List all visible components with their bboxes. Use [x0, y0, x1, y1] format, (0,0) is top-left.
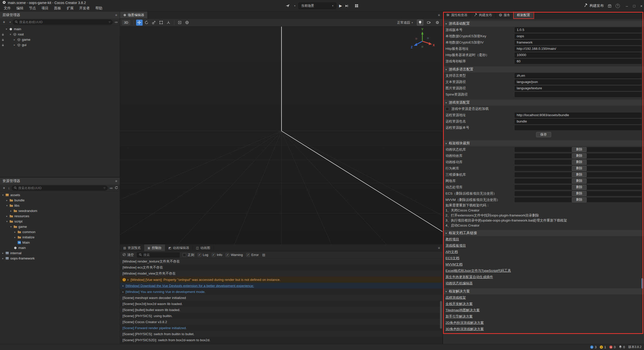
build-publish-button[interactable]: 构建发布: [584, 4, 604, 8]
log-file-icon[interactable]: ▤: [262, 253, 265, 257]
doc-link[interactable]: 游戏模板项目: [446, 243, 466, 248]
menu-item[interactable]: 节点: [26, 6, 39, 11]
refresh-icon[interactable]: [115, 186, 118, 190]
asset-row[interactable]: ▸seedrandom: [0, 208, 120, 213]
section-header[interactable]: ▾游戏多语言配置: [443, 66, 644, 72]
notification-indicator[interactable]: 0: [619, 345, 625, 349]
save-button[interactable]: 保存: [536, 132, 551, 137]
console-log-row[interactable]: [Window] model_view文件夹不存在: [120, 271, 442, 277]
property-input[interactable]: zh,en: [515, 73, 641, 78]
console-log-row[interactable]: [Scene] Cocos Creator v3.8.2: [120, 319, 442, 325]
hierarchy-node-row[interactable]: ▾main: [0, 26, 120, 32]
property-input[interactable]: http://192.168.0.150/main/: [515, 46, 641, 51]
menu-item[interactable]: 扩展: [64, 6, 76, 11]
lock-icon[interactable]: [1, 38, 5, 41]
inspector-tab[interactable]: 服务: [496, 12, 514, 18]
scene-select-dropdown[interactable]: 当前场景 ▾: [298, 3, 336, 9]
scene-settings-gear-icon[interactable]: [434, 20, 440, 26]
asset-row[interactable]: ▾assets: [0, 192, 120, 198]
menu-item[interactable]: 编辑: [14, 6, 26, 11]
inspector-tab[interactable]: 框架配置: [514, 12, 534, 18]
doc-link[interactable]: 新手引导解决方案: [446, 314, 473, 319]
rotate-tool-icon[interactable]: [143, 20, 150, 26]
doc-link[interactable]: 全栈开发解决方案: [446, 302, 473, 306]
property-input[interactable]: [515, 125, 641, 130]
console-filter-toggle[interactable]: 正则: [183, 253, 194, 257]
console-scrollbar[interactable]: [440, 301, 442, 329]
console-log-row[interactable]: !▸[Window] [Vue warn]: Property "onInput…: [120, 277, 442, 283]
hierarchy-node-row[interactable]: ▸gui: [0, 42, 120, 48]
chevron-right-icon[interactable]: ▸: [1, 252, 5, 254]
console-tab[interactable]: ▣控制台: [144, 244, 165, 251]
console-log-row[interactable]: [Scene] [PHYSICS]: switch from builtin t…: [120, 331, 442, 337]
chevron-right-icon[interactable]: ▸: [1, 257, 5, 260]
lock-icon[interactable]: [1, 44, 5, 46]
menu-item[interactable]: 项目: [39, 6, 51, 11]
console-filter-toggle[interactable]: ✓Log: [198, 253, 208, 257]
create-node-dropdown-icon[interactable]: ▾: [10, 21, 11, 23]
delete-button[interactable]: 删除: [572, 172, 587, 177]
console-log-row[interactable]: [Scene] [bullet]:bullet wasm lib loaded.: [120, 307, 442, 313]
doc-link[interactable]: Tiledmap地图解决方案: [446, 308, 480, 313]
scene-viewport[interactable]: Y X Z: [120, 27, 442, 244]
rect-tool-icon[interactable]: [158, 20, 165, 26]
doc-link[interactable]: MVVM文档: [446, 262, 463, 267]
checkbox-icon[interactable]: [446, 107, 449, 111]
step-button[interactable]: [345, 4, 348, 8]
menu-item[interactable]: 面板: [51, 6, 64, 11]
console-tab[interactable]: ▤资源预览: [120, 244, 144, 251]
panel-menu-icon[interactable]: ≡: [115, 13, 117, 17]
create-node-button[interactable]: +: [2, 20, 6, 24]
chevron-right-icon[interactable]: ▸: [9, 209, 13, 212]
property-input[interactable]: language/texture: [515, 86, 641, 91]
section-header[interactable]: ▾框架解决方案: [443, 288, 644, 294]
property-input[interactable]: bundle: [515, 119, 641, 124]
chevron-down-icon[interactable]: ▾: [5, 28, 8, 30]
hierarchy-node-row[interactable]: ▾root: [0, 32, 120, 37]
transform-gizmo-icon[interactable]: [165, 20, 172, 26]
lighting-toggle-icon[interactable]: [417, 20, 423, 26]
create-asset-button[interactable]: +: [2, 186, 6, 190]
console-log-row[interactable]: [Window] render_texture文件夹不存在: [120, 258, 442, 265]
doc-link[interactable]: Excel格式转Json文件与TypeScript代码工具: [446, 269, 511, 273]
warning-count-indicator[interactable]: ! 1: [600, 345, 606, 349]
console-log-row[interactable]: ▸[Window] You are running Vue in develop…: [120, 289, 442, 295]
asset-row[interactable]: TSMain: [0, 240, 120, 245]
doc-link[interactable]: 2D角色扮演游戏解决方案: [446, 321, 484, 325]
chevron-right-icon[interactable]: ▸: [13, 43, 16, 46]
pivot-toggle-icon[interactable]: [177, 20, 183, 26]
console-log-row[interactable]: [Window] ecs文件夹不存在: [120, 265, 442, 271]
expand-arrow-icon[interactable]: ▸: [123, 284, 124, 287]
doc-link[interactable]: ECS文档: [446, 256, 459, 260]
property-input[interactable]: 10000: [515, 53, 641, 58]
chevron-right-icon[interactable]: ▸: [13, 236, 17, 239]
assets-search[interactable]: ▽: [12, 186, 108, 191]
console-filter-toggle[interactable]: ✓Error: [246, 253, 259, 257]
doc-link[interactable]: API文档: [446, 250, 458, 254]
scene-tabbar-menu[interactable]: ≡: [435, 12, 442, 18]
asset-row[interactable]: ▸initialize: [0, 235, 120, 240]
lock-icon[interactable]: [1, 33, 5, 36]
clear-console-button[interactable]: 清空: [123, 253, 134, 257]
console-search[interactable]: [137, 252, 180, 257]
console-tab[interactable]: ◫动画图: [193, 244, 214, 251]
console-log-row[interactable]: [Scene] meshopt wasm decoder initialized: [120, 295, 442, 301]
doc-link[interactable]: 动画状态机编辑器: [446, 281, 473, 286]
package-icon[interactable]: [608, 4, 612, 8]
axis-orientation-gizmo[interactable]: Y X Z: [410, 28, 435, 53]
property-input[interactable]: 60: [515, 59, 641, 64]
asset-row[interactable]: ▾game: [0, 224, 120, 229]
section-header[interactable]: ▾框架文档工具链接: [443, 230, 644, 236]
asset-row[interactable]: ▸bundle: [0, 198, 120, 203]
help-icon[interactable]: ?: [616, 4, 620, 8]
hierarchy-search-input[interactable]: [19, 20, 107, 24]
console-log-row[interactable]: [Scene] [PHYSICS2D]: switch from box2d-w…: [120, 337, 442, 343]
expand-arrow-icon[interactable]: ▸: [123, 290, 124, 293]
chevron-right-icon[interactable]: ▸: [5, 199, 9, 202]
chevron-down-icon[interactable]: ▾: [9, 225, 13, 228]
inspector-tab[interactable]: 属性检查器: [443, 12, 471, 18]
section-header[interactable]: ▾框架模块裁剪: [443, 140, 644, 146]
chevron-down-icon[interactable]: ▾: [5, 220, 9, 223]
asset-row[interactable]: ▸oops-framework: [0, 256, 120, 261]
hierarchy-search[interactable]: ▽: [13, 20, 113, 25]
